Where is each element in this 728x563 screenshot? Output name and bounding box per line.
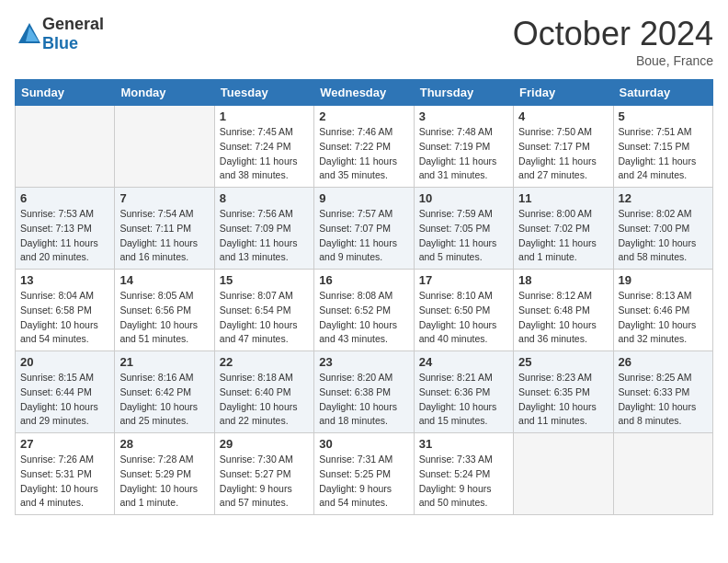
header-day: Sunday: [16, 80, 115, 106]
calendar-cell: 18Sunrise: 8:12 AMSunset: 6:48 PMDayligh…: [514, 270, 613, 351]
calendar-table: SundayMondayTuesdayWednesdayThursdayFrid…: [15, 79, 713, 515]
day-info: Sunrise: 8:13 AMSunset: 6:46 PMDaylight:…: [619, 289, 708, 347]
calendar-week-row: 13Sunrise: 8:04 AMSunset: 6:58 PMDayligh…: [16, 270, 713, 351]
day-info: Sunrise: 8:00 AMSunset: 7:02 PMDaylight:…: [518, 207, 608, 265]
day-info: Sunrise: 7:48 AMSunset: 7:19 PMDaylight:…: [419, 125, 508, 183]
day-number: 16: [319, 273, 408, 287]
calendar-cell: 6Sunrise: 7:53 AMSunset: 7:13 PMDaylight…: [16, 188, 115, 270]
day-number: 8: [220, 191, 309, 205]
day-info: Sunrise: 8:23 AMSunset: 6:35 PMDaylight:…: [518, 371, 608, 429]
day-number: 17: [419, 273, 508, 287]
day-number: 22: [220, 355, 309, 369]
day-number: 7: [119, 191, 209, 205]
day-info: Sunrise: 8:05 AMSunset: 6:56 PMDaylight:…: [119, 289, 209, 347]
logo-blue: Blue: [42, 34, 78, 52]
location: Boue, France: [513, 53, 713, 68]
day-info: Sunrise: 8:15 AMSunset: 6:44 PMDaylight:…: [20, 371, 109, 429]
month-title: October 2024: [513, 15, 713, 53]
day-number: 27: [20, 437, 109, 451]
calendar-cell: 4Sunrise: 7:50 AMSunset: 7:17 PMDaylight…: [514, 106, 613, 188]
day-info: Sunrise: 7:56 AMSunset: 7:09 PMDaylight:…: [220, 207, 309, 265]
calendar-week-row: 20Sunrise: 8:15 AMSunset: 6:44 PMDayligh…: [16, 351, 713, 433]
header-day: Tuesday: [214, 80, 313, 106]
day-number: 19: [619, 273, 708, 287]
calendar-cell: 9Sunrise: 7:57 AMSunset: 7:07 PMDaylight…: [314, 188, 414, 270]
day-info: Sunrise: 8:18 AMSunset: 6:40 PMDaylight:…: [220, 371, 309, 429]
calendar-cell: 17Sunrise: 8:10 AMSunset: 6:50 PMDayligh…: [414, 270, 513, 351]
header-day: Wednesday: [314, 80, 414, 106]
calendar-cell: 13Sunrise: 8:04 AMSunset: 6:58 PMDayligh…: [16, 270, 115, 351]
day-info: Sunrise: 7:28 AMSunset: 5:29 PMDaylight:…: [119, 453, 209, 511]
calendar-cell: 8Sunrise: 7:56 AMSunset: 7:09 PMDaylight…: [214, 188, 313, 270]
day-number: 2: [319, 109, 408, 123]
calendar-cell: 14Sunrise: 8:05 AMSunset: 6:56 PMDayligh…: [115, 270, 214, 351]
day-info: Sunrise: 7:30 AMSunset: 5:27 PMDaylight:…: [220, 453, 309, 511]
calendar-cell: 1Sunrise: 7:45 AMSunset: 7:24 PMDaylight…: [214, 106, 313, 188]
day-info: Sunrise: 8:20 AMSunset: 6:38 PMDaylight:…: [319, 371, 408, 429]
calendar-cell: [16, 106, 115, 188]
calendar-cell: 10Sunrise: 7:59 AMSunset: 7:05 PMDayligh…: [414, 188, 513, 270]
calendar-cell: 26Sunrise: 8:25 AMSunset: 6:33 PMDayligh…: [613, 351, 712, 433]
day-number: 25: [518, 355, 608, 369]
day-number: 30: [319, 437, 408, 451]
day-info: Sunrise: 7:33 AMSunset: 5:24 PMDaylight:…: [419, 453, 508, 511]
calendar-cell: 25Sunrise: 8:23 AMSunset: 6:35 PMDayligh…: [514, 351, 613, 433]
day-info: Sunrise: 8:25 AMSunset: 6:33 PMDaylight:…: [619, 371, 708, 429]
day-number: 10: [419, 191, 508, 205]
calendar-cell: 22Sunrise: 8:18 AMSunset: 6:40 PMDayligh…: [214, 351, 313, 433]
calendar-cell: 31Sunrise: 7:33 AMSunset: 5:24 PMDayligh…: [414, 433, 513, 515]
day-number: 12: [619, 191, 708, 205]
calendar-cell: [115, 106, 214, 188]
calendar-cell: 24Sunrise: 8:21 AMSunset: 6:36 PMDayligh…: [414, 351, 513, 433]
day-info: Sunrise: 8:16 AMSunset: 6:42 PMDaylight:…: [119, 371, 209, 429]
day-number: 14: [119, 273, 209, 287]
title-block: October 2024 Boue, France: [513, 15, 713, 68]
calendar-cell: 5Sunrise: 7:51 AMSunset: 7:15 PMDaylight…: [613, 106, 712, 188]
day-number: 9: [319, 191, 408, 205]
day-info: Sunrise: 7:50 AMSunset: 7:17 PMDaylight:…: [518, 125, 608, 183]
day-info: Sunrise: 7:59 AMSunset: 7:05 PMDaylight:…: [419, 207, 508, 265]
logo-general: General: [42, 15, 104, 33]
header-day: Saturday: [613, 80, 712, 106]
calendar-cell: 3Sunrise: 7:48 AMSunset: 7:19 PMDaylight…: [414, 106, 513, 188]
calendar-cell: 28Sunrise: 7:28 AMSunset: 5:29 PMDayligh…: [115, 433, 214, 515]
day-info: Sunrise: 8:21 AMSunset: 6:36 PMDaylight:…: [419, 371, 508, 429]
calendar-cell: [514, 433, 613, 515]
day-number: 24: [419, 355, 508, 369]
logo: General Blue: [15, 15, 104, 53]
day-number: 21: [119, 355, 209, 369]
day-info: Sunrise: 8:10 AMSunset: 6:50 PMDaylight:…: [419, 289, 508, 347]
header-day: Friday: [514, 80, 613, 106]
calendar-cell: 29Sunrise: 7:30 AMSunset: 5:27 PMDayligh…: [214, 433, 313, 515]
day-number: 20: [20, 355, 109, 369]
calendar-cell: 7Sunrise: 7:54 AMSunset: 7:11 PMDaylight…: [115, 188, 214, 270]
day-number: 31: [419, 437, 508, 451]
day-number: 5: [619, 109, 708, 123]
day-info: Sunrise: 8:04 AMSunset: 6:58 PMDaylight:…: [20, 289, 109, 347]
header-day: Thursday: [414, 80, 513, 106]
day-number: 23: [319, 355, 408, 369]
calendar-cell: 19Sunrise: 8:13 AMSunset: 6:46 PMDayligh…: [613, 270, 712, 351]
calendar-cell: 30Sunrise: 7:31 AMSunset: 5:25 PMDayligh…: [314, 433, 414, 515]
day-info: Sunrise: 7:51 AMSunset: 7:15 PMDaylight:…: [619, 125, 708, 183]
day-number: 1: [220, 109, 309, 123]
page-header: General Blue October 2024 Boue, France: [15, 15, 713, 68]
calendar-cell: 16Sunrise: 8:08 AMSunset: 6:52 PMDayligh…: [314, 270, 414, 351]
calendar-week-row: 27Sunrise: 7:26 AMSunset: 5:31 PMDayligh…: [16, 433, 713, 515]
calendar-cell: 21Sunrise: 8:16 AMSunset: 6:42 PMDayligh…: [115, 351, 214, 433]
day-number: 29: [220, 437, 309, 451]
day-info: Sunrise: 7:31 AMSunset: 5:25 PMDaylight:…: [319, 453, 408, 511]
calendar-week-row: 1Sunrise: 7:45 AMSunset: 7:24 PMDaylight…: [16, 106, 713, 188]
calendar-week-row: 6Sunrise: 7:53 AMSunset: 7:13 PMDaylight…: [16, 188, 713, 270]
day-number: 13: [20, 273, 109, 287]
header-day: Monday: [115, 80, 214, 106]
day-number: 15: [220, 273, 309, 287]
day-info: Sunrise: 7:46 AMSunset: 7:22 PMDaylight:…: [319, 125, 408, 183]
day-number: 26: [619, 355, 708, 369]
day-info: Sunrise: 8:08 AMSunset: 6:52 PMDaylight:…: [319, 289, 408, 347]
day-info: Sunrise: 7:57 AMSunset: 7:07 PMDaylight:…: [319, 207, 408, 265]
calendar-cell: 20Sunrise: 8:15 AMSunset: 6:44 PMDayligh…: [16, 351, 115, 433]
day-info: Sunrise: 7:54 AMSunset: 7:11 PMDaylight:…: [119, 207, 209, 265]
day-info: Sunrise: 8:02 AMSunset: 7:00 PMDaylight:…: [619, 207, 708, 265]
day-number: 4: [518, 109, 608, 123]
